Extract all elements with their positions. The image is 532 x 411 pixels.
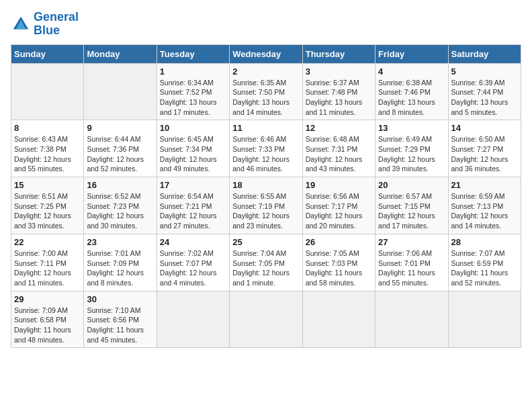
- calendar-cell: 17 Sunrise: 6:54 AM Sunset: 7:21 PM Dayl…: [157, 177, 229, 234]
- calendar-cell: 9 Sunrise: 6:44 AM Sunset: 7:36 PM Dayli…: [84, 120, 157, 177]
- calendar-cell: 19 Sunrise: 6:56 AM Sunset: 7:17 PM Dayl…: [302, 177, 375, 234]
- day-info: Sunrise: 6:37 AM Sunset: 7:48 PM Dayligh…: [306, 78, 372, 118]
- calendar-week-row: 8 Sunrise: 6:43 AM Sunset: 7:38 PM Dayli…: [11, 120, 521, 177]
- day-info: Sunrise: 6:57 AM Sunset: 7:15 PM Dayligh…: [378, 191, 445, 231]
- day-info: Sunrise: 6:39 AM Sunset: 7:44 PM Dayligh…: [451, 78, 518, 118]
- calendar-cell: [448, 291, 521, 348]
- day-number: 23: [87, 237, 153, 247]
- day-number: 18: [232, 180, 299, 190]
- weekday-header-cell: Saturday: [448, 44, 521, 63]
- calendar-cell: 5 Sunrise: 6:39 AM Sunset: 7:44 PM Dayli…: [448, 63, 521, 120]
- day-info: Sunrise: 7:00 AM Sunset: 7:11 PM Dayligh…: [14, 248, 81, 288]
- calendar-cell: 2 Sunrise: 6:35 AM Sunset: 7:50 PM Dayli…: [230, 63, 302, 120]
- day-info: Sunrise: 7:07 AM Sunset: 6:59 PM Dayligh…: [451, 248, 518, 288]
- day-number: 25: [232, 237, 299, 247]
- calendar-cell: 24 Sunrise: 7:02 AM Sunset: 7:07 PM Dayl…: [157, 234, 229, 291]
- weekday-header-cell: Tuesday: [157, 44, 229, 63]
- day-info: Sunrise: 6:56 AM Sunset: 7:17 PM Dayligh…: [306, 191, 372, 231]
- day-number: 26: [306, 237, 372, 247]
- day-number: 9: [87, 123, 153, 133]
- day-info: Sunrise: 7:01 AM Sunset: 7:09 PM Dayligh…: [87, 248, 153, 288]
- calendar-cell: 25 Sunrise: 7:04 AM Sunset: 7:05 PM Dayl…: [230, 234, 302, 291]
- calendar-cell: 3 Sunrise: 6:37 AM Sunset: 7:48 PM Dayli…: [302, 63, 375, 120]
- day-number: 14: [451, 123, 518, 133]
- day-number: 20: [378, 180, 445, 190]
- calendar-cell: 14 Sunrise: 6:50 AM Sunset: 7:27 PM Dayl…: [448, 120, 521, 177]
- weekday-header-cell: Monday: [84, 44, 157, 63]
- calendar-cell: 29 Sunrise: 7:09 AM Sunset: 6:58 PM Dayl…: [11, 291, 84, 348]
- calendar-cell: 30 Sunrise: 7:10 AM Sunset: 6:56 PM Dayl…: [84, 291, 157, 348]
- day-info: Sunrise: 6:38 AM Sunset: 7:46 PM Dayligh…: [378, 78, 445, 118]
- calendar-cell: 23 Sunrise: 7:01 AM Sunset: 7:09 PM Dayl…: [84, 234, 157, 291]
- calendar-body: 1 Sunrise: 6:34 AM Sunset: 7:52 PM Dayli…: [11, 63, 521, 348]
- day-number: 22: [14, 237, 81, 247]
- day-info: Sunrise: 6:52 AM Sunset: 7:23 PM Dayligh…: [87, 191, 153, 231]
- calendar-cell: 1 Sunrise: 6:34 AM Sunset: 7:52 PM Dayli…: [157, 63, 229, 120]
- calendar-week-row: 1 Sunrise: 6:34 AM Sunset: 7:52 PM Dayli…: [11, 63, 521, 120]
- day-number: 10: [160, 123, 226, 133]
- day-info: Sunrise: 6:54 AM Sunset: 7:21 PM Dayligh…: [160, 191, 226, 231]
- day-info: Sunrise: 7:06 AM Sunset: 7:01 PM Dayligh…: [378, 248, 445, 288]
- calendar-cell: [84, 63, 157, 120]
- calendar-cell: 4 Sunrise: 6:38 AM Sunset: 7:46 PM Dayli…: [375, 63, 448, 120]
- day-number: 29: [14, 294, 81, 304]
- logo-text: General Blue: [34, 11, 79, 38]
- day-number: 13: [378, 123, 445, 133]
- day-info: Sunrise: 6:51 AM Sunset: 7:25 PM Dayligh…: [14, 191, 81, 231]
- calendar-cell: [302, 291, 375, 348]
- day-number: 4: [378, 66, 445, 77]
- weekday-header-row: SundayMondayTuesdayWednesdayThursdayFrid…: [11, 44, 521, 63]
- day-info: Sunrise: 6:45 AM Sunset: 7:34 PM Dayligh…: [160, 134, 226, 174]
- calendar-week-row: 22 Sunrise: 7:00 AM Sunset: 7:11 PM Dayl…: [11, 234, 521, 291]
- weekday-header-cell: Sunday: [11, 44, 84, 63]
- calendar-cell: 26 Sunrise: 7:05 AM Sunset: 7:03 PM Dayl…: [302, 234, 375, 291]
- day-number: 8: [14, 123, 81, 133]
- calendar-week-row: 15 Sunrise: 6:51 AM Sunset: 7:25 PM Dayl…: [11, 177, 521, 234]
- calendar-cell: [230, 291, 302, 348]
- day-info: Sunrise: 6:59 AM Sunset: 7:13 PM Dayligh…: [451, 191, 518, 231]
- day-number: 28: [451, 237, 518, 247]
- day-info: Sunrise: 6:49 AM Sunset: 7:29 PM Dayligh…: [378, 134, 445, 174]
- calendar-cell: 8 Sunrise: 6:43 AM Sunset: 7:38 PM Dayli…: [11, 120, 84, 177]
- day-number: 24: [160, 237, 226, 247]
- calendar-cell: 16 Sunrise: 6:52 AM Sunset: 7:23 PM Dayl…: [84, 177, 157, 234]
- day-number: 19: [306, 180, 372, 190]
- page-header: General Blue: [11, 11, 521, 38]
- calendar-cell: 11 Sunrise: 6:46 AM Sunset: 7:33 PM Dayl…: [230, 120, 302, 177]
- day-info: Sunrise: 6:48 AM Sunset: 7:31 PM Dayligh…: [306, 134, 372, 174]
- calendar-cell: [11, 63, 84, 120]
- logo-icon: [11, 14, 31, 34]
- day-info: Sunrise: 6:43 AM Sunset: 7:38 PM Dayligh…: [14, 134, 81, 174]
- day-info: Sunrise: 7:02 AM Sunset: 7:07 PM Dayligh…: [160, 248, 226, 288]
- weekday-header-cell: Thursday: [302, 44, 375, 63]
- calendar-cell: 21 Sunrise: 6:59 AM Sunset: 7:13 PM Dayl…: [448, 177, 521, 234]
- day-info: Sunrise: 6:55 AM Sunset: 7:19 PM Dayligh…: [232, 191, 299, 231]
- day-info: Sunrise: 7:04 AM Sunset: 7:05 PM Dayligh…: [232, 248, 299, 288]
- calendar-table: SundayMondayTuesdayWednesdayThursdayFrid…: [11, 44, 521, 349]
- day-info: Sunrise: 6:34 AM Sunset: 7:52 PM Dayligh…: [160, 78, 226, 118]
- day-number: 3: [306, 66, 372, 77]
- day-info: Sunrise: 7:05 AM Sunset: 7:03 PM Dayligh…: [306, 248, 372, 288]
- calendar-cell: 18 Sunrise: 6:55 AM Sunset: 7:19 PM Dayl…: [230, 177, 302, 234]
- day-info: Sunrise: 7:10 AM Sunset: 6:56 PM Dayligh…: [87, 306, 153, 345]
- calendar-cell: 10 Sunrise: 6:45 AM Sunset: 7:34 PM Dayl…: [157, 120, 229, 177]
- calendar-cell: 12 Sunrise: 6:48 AM Sunset: 7:31 PM Dayl…: [302, 120, 375, 177]
- day-info: Sunrise: 6:35 AM Sunset: 7:50 PM Dayligh…: [232, 78, 299, 118]
- day-number: 21: [451, 180, 518, 190]
- day-info: Sunrise: 6:44 AM Sunset: 7:36 PM Dayligh…: [87, 134, 153, 174]
- day-number: 15: [14, 180, 81, 190]
- calendar-cell: 22 Sunrise: 7:00 AM Sunset: 7:11 PM Dayl…: [11, 234, 84, 291]
- weekday-header-cell: Wednesday: [230, 44, 302, 63]
- calendar-cell: 13 Sunrise: 6:49 AM Sunset: 7:29 PM Dayl…: [375, 120, 448, 177]
- day-info: Sunrise: 6:50 AM Sunset: 7:27 PM Dayligh…: [451, 134, 518, 174]
- calendar-cell: [375, 291, 448, 348]
- day-info: Sunrise: 6:46 AM Sunset: 7:33 PM Dayligh…: [232, 134, 299, 174]
- day-number: 2: [232, 66, 299, 77]
- calendar-week-row: 29 Sunrise: 7:09 AM Sunset: 6:58 PM Dayl…: [11, 291, 521, 348]
- day-number: 27: [378, 237, 445, 247]
- calendar-cell: 28 Sunrise: 7:07 AM Sunset: 6:59 PM Dayl…: [448, 234, 521, 291]
- day-number: 16: [87, 180, 153, 190]
- day-number: 30: [87, 294, 153, 304]
- logo: General Blue: [11, 11, 79, 38]
- day-number: 5: [451, 66, 518, 77]
